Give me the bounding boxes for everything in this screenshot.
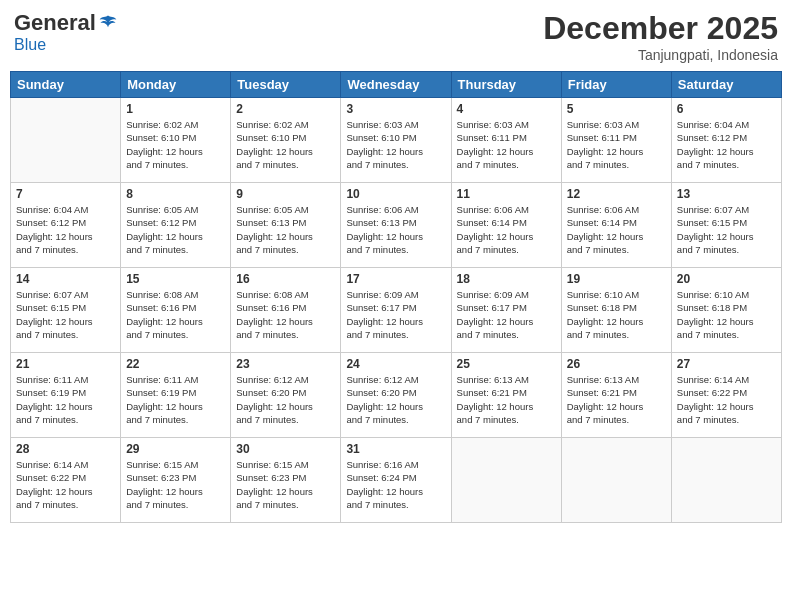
day-number: 6 <box>677 102 776 116</box>
logo: General Blue <box>14 10 118 54</box>
day-number: 26 <box>567 357 666 371</box>
day-number: 13 <box>677 187 776 201</box>
day-info: Sunrise: 6:07 AMSunset: 6:15 PMDaylight:… <box>677 203 776 256</box>
day-info: Sunrise: 6:02 AMSunset: 6:10 PMDaylight:… <box>126 118 225 171</box>
day-number: 11 <box>457 187 556 201</box>
day-info: Sunrise: 6:08 AMSunset: 6:16 PMDaylight:… <box>236 288 335 341</box>
calendar-week-row: 14Sunrise: 6:07 AMSunset: 6:15 PMDayligh… <box>11 268 782 353</box>
calendar-cell: 16Sunrise: 6:08 AMSunset: 6:16 PMDayligh… <box>231 268 341 353</box>
calendar-cell: 18Sunrise: 6:09 AMSunset: 6:17 PMDayligh… <box>451 268 561 353</box>
calendar-cell: 5Sunrise: 6:03 AMSunset: 6:11 PMDaylight… <box>561 98 671 183</box>
day-info: Sunrise: 6:03 AMSunset: 6:11 PMDaylight:… <box>457 118 556 171</box>
logo-blue-text: Blue <box>14 36 46 53</box>
calendar-cell: 20Sunrise: 6:10 AMSunset: 6:18 PMDayligh… <box>671 268 781 353</box>
day-header-tuesday: Tuesday <box>231 72 341 98</box>
day-info: Sunrise: 6:09 AMSunset: 6:17 PMDaylight:… <box>346 288 445 341</box>
day-number: 20 <box>677 272 776 286</box>
calendar-week-row: 21Sunrise: 6:11 AMSunset: 6:19 PMDayligh… <box>11 353 782 438</box>
day-info: Sunrise: 6:09 AMSunset: 6:17 PMDaylight:… <box>457 288 556 341</box>
day-number: 21 <box>16 357 115 371</box>
day-number: 25 <box>457 357 556 371</box>
calendar-cell: 9Sunrise: 6:05 AMSunset: 6:13 PMDaylight… <box>231 183 341 268</box>
calendar-cell <box>561 438 671 523</box>
day-number: 12 <box>567 187 666 201</box>
day-info: Sunrise: 6:05 AMSunset: 6:12 PMDaylight:… <box>126 203 225 256</box>
day-number: 27 <box>677 357 776 371</box>
day-header-friday: Friday <box>561 72 671 98</box>
day-info: Sunrise: 6:02 AMSunset: 6:10 PMDaylight:… <box>236 118 335 171</box>
calendar-cell: 23Sunrise: 6:12 AMSunset: 6:20 PMDayligh… <box>231 353 341 438</box>
calendar-week-row: 1Sunrise: 6:02 AMSunset: 6:10 PMDaylight… <box>11 98 782 183</box>
day-number: 3 <box>346 102 445 116</box>
calendar-cell: 28Sunrise: 6:14 AMSunset: 6:22 PMDayligh… <box>11 438 121 523</box>
day-number: 8 <box>126 187 225 201</box>
day-header-sunday: Sunday <box>11 72 121 98</box>
calendar-cell: 19Sunrise: 6:10 AMSunset: 6:18 PMDayligh… <box>561 268 671 353</box>
logo-bird-icon <box>98 13 118 33</box>
day-number: 18 <box>457 272 556 286</box>
calendar-cell: 25Sunrise: 6:13 AMSunset: 6:21 PMDayligh… <box>451 353 561 438</box>
day-number: 1 <box>126 102 225 116</box>
day-number: 17 <box>346 272 445 286</box>
calendar-cell: 22Sunrise: 6:11 AMSunset: 6:19 PMDayligh… <box>121 353 231 438</box>
calendar-week-row: 7Sunrise: 6:04 AMSunset: 6:12 PMDaylight… <box>11 183 782 268</box>
calendar-cell: 14Sunrise: 6:07 AMSunset: 6:15 PMDayligh… <box>11 268 121 353</box>
day-number: 7 <box>16 187 115 201</box>
calendar-cell: 4Sunrise: 6:03 AMSunset: 6:11 PMDaylight… <box>451 98 561 183</box>
day-header-wednesday: Wednesday <box>341 72 451 98</box>
day-info: Sunrise: 6:03 AMSunset: 6:11 PMDaylight:… <box>567 118 666 171</box>
day-info: Sunrise: 6:04 AMSunset: 6:12 PMDaylight:… <box>16 203 115 256</box>
calendar-cell: 12Sunrise: 6:06 AMSunset: 6:14 PMDayligh… <box>561 183 671 268</box>
day-info: Sunrise: 6:12 AMSunset: 6:20 PMDaylight:… <box>346 373 445 426</box>
day-info: Sunrise: 6:14 AMSunset: 6:22 PMDaylight:… <box>677 373 776 426</box>
month-title: December 2025 <box>543 10 778 47</box>
day-info: Sunrise: 6:11 AMSunset: 6:19 PMDaylight:… <box>16 373 115 426</box>
day-info: Sunrise: 6:13 AMSunset: 6:21 PMDaylight:… <box>567 373 666 426</box>
calendar-cell: 17Sunrise: 6:09 AMSunset: 6:17 PMDayligh… <box>341 268 451 353</box>
calendar-table: SundayMondayTuesdayWednesdayThursdayFrid… <box>10 71 782 523</box>
day-info: Sunrise: 6:13 AMSunset: 6:21 PMDaylight:… <box>457 373 556 426</box>
day-header-saturday: Saturday <box>671 72 781 98</box>
day-number: 4 <box>457 102 556 116</box>
calendar-cell: 7Sunrise: 6:04 AMSunset: 6:12 PMDaylight… <box>11 183 121 268</box>
day-number: 10 <box>346 187 445 201</box>
calendar-cell: 10Sunrise: 6:06 AMSunset: 6:13 PMDayligh… <box>341 183 451 268</box>
day-number: 31 <box>346 442 445 456</box>
calendar-cell: 26Sunrise: 6:13 AMSunset: 6:21 PMDayligh… <box>561 353 671 438</box>
page-header: General Blue December 2025 Tanjungpati, … <box>10 10 782 63</box>
day-header-thursday: Thursday <box>451 72 561 98</box>
day-info: Sunrise: 6:15 AMSunset: 6:23 PMDaylight:… <box>126 458 225 511</box>
calendar-cell: 27Sunrise: 6:14 AMSunset: 6:22 PMDayligh… <box>671 353 781 438</box>
day-info: Sunrise: 6:16 AMSunset: 6:24 PMDaylight:… <box>346 458 445 511</box>
day-header-monday: Monday <box>121 72 231 98</box>
day-number: 15 <box>126 272 225 286</box>
day-number: 2 <box>236 102 335 116</box>
day-number: 23 <box>236 357 335 371</box>
day-number: 30 <box>236 442 335 456</box>
title-section: December 2025 Tanjungpati, Indonesia <box>543 10 778 63</box>
calendar-cell: 1Sunrise: 6:02 AMSunset: 6:10 PMDaylight… <box>121 98 231 183</box>
day-info: Sunrise: 6:12 AMSunset: 6:20 PMDaylight:… <box>236 373 335 426</box>
calendar-cell <box>671 438 781 523</box>
calendar-cell: 3Sunrise: 6:03 AMSunset: 6:10 PMDaylight… <box>341 98 451 183</box>
day-info: Sunrise: 6:06 AMSunset: 6:14 PMDaylight:… <box>567 203 666 256</box>
day-number: 22 <box>126 357 225 371</box>
calendar-header-row: SundayMondayTuesdayWednesdayThursdayFrid… <box>11 72 782 98</box>
day-info: Sunrise: 6:06 AMSunset: 6:14 PMDaylight:… <box>457 203 556 256</box>
day-info: Sunrise: 6:14 AMSunset: 6:22 PMDaylight:… <box>16 458 115 511</box>
day-info: Sunrise: 6:07 AMSunset: 6:15 PMDaylight:… <box>16 288 115 341</box>
day-info: Sunrise: 6:03 AMSunset: 6:10 PMDaylight:… <box>346 118 445 171</box>
logo-general-text: General <box>14 10 96 36</box>
day-info: Sunrise: 6:10 AMSunset: 6:18 PMDaylight:… <box>567 288 666 341</box>
day-info: Sunrise: 6:10 AMSunset: 6:18 PMDaylight:… <box>677 288 776 341</box>
calendar-cell: 31Sunrise: 6:16 AMSunset: 6:24 PMDayligh… <box>341 438 451 523</box>
location-text: Tanjungpati, Indonesia <box>543 47 778 63</box>
calendar-week-row: 28Sunrise: 6:14 AMSunset: 6:22 PMDayligh… <box>11 438 782 523</box>
calendar-cell: 24Sunrise: 6:12 AMSunset: 6:20 PMDayligh… <box>341 353 451 438</box>
day-info: Sunrise: 6:05 AMSunset: 6:13 PMDaylight:… <box>236 203 335 256</box>
day-number: 29 <box>126 442 225 456</box>
day-info: Sunrise: 6:08 AMSunset: 6:16 PMDaylight:… <box>126 288 225 341</box>
calendar-cell: 30Sunrise: 6:15 AMSunset: 6:23 PMDayligh… <box>231 438 341 523</box>
calendar-cell <box>451 438 561 523</box>
day-info: Sunrise: 6:04 AMSunset: 6:12 PMDaylight:… <box>677 118 776 171</box>
